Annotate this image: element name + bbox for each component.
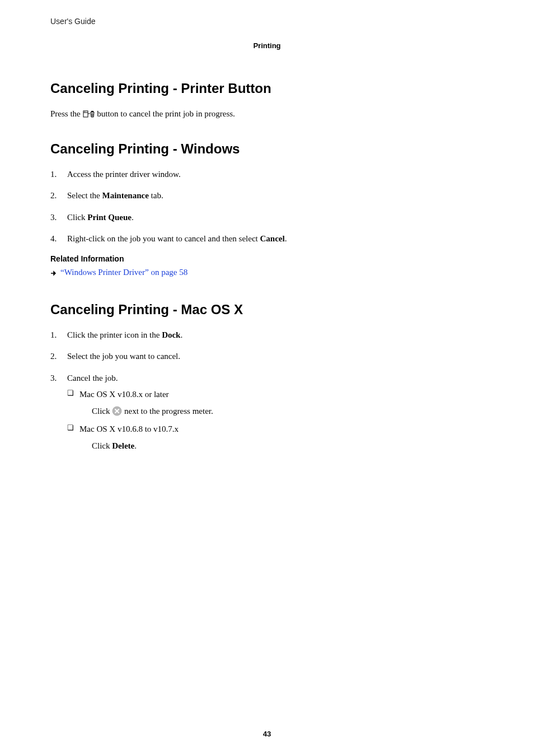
- text: Click: [92, 407, 112, 416]
- header-guide-label: User's Guide: [50, 17, 484, 26]
- list-item: Select the job you want to cancel.: [50, 350, 484, 363]
- text: .: [132, 213, 134, 222]
- sub-body: Click Delete.: [92, 439, 484, 452]
- text: .: [180, 330, 182, 339]
- text: next to the progress meter.: [122, 407, 213, 416]
- paper-trash-icon: [83, 109, 95, 122]
- list-item: Click Print Queue.: [50, 211, 484, 224]
- text: .: [285, 234, 287, 243]
- text: Right-click on the job you want to cance…: [67, 234, 260, 243]
- heading-canceling-mac: Canceling Printing - Mac OS X: [50, 302, 484, 318]
- close-circle-icon: [112, 406, 122, 416]
- text: Mac OS X v10.8.x or later: [79, 390, 169, 399]
- list-item: Click the printer icon in the Dock.: [50, 329, 484, 342]
- sub-list: Mac OS X v10.8.x or later Click next to …: [67, 388, 484, 452]
- svg-rect-4: [91, 111, 93, 113]
- list-item: Select the Maintenance tab.: [50, 189, 484, 202]
- text: button to cancel the print job in progre…: [95, 109, 235, 118]
- bold-text: Cancel: [260, 234, 284, 243]
- list-item: Right-click on the job you want to cance…: [50, 232, 484, 245]
- link-windows-printer-driver[interactable]: “Windows Printer Driver” on page 58: [60, 268, 188, 277]
- svg-rect-0: [83, 111, 88, 117]
- sub-list-item: Mac OS X v10.8.x or later Click next to …: [67, 388, 484, 418]
- bold-text: Delete: [112, 441, 134, 450]
- text: Press the: [50, 109, 83, 118]
- text: .: [134, 441, 137, 450]
- list-item: Cancel the job. Mac OS X v10.8.x or late…: [50, 372, 484, 453]
- heading-canceling-windows: Canceling Printing - Windows: [50, 141, 484, 157]
- text: Click the printer icon in the: [67, 330, 162, 339]
- related-information-heading: Related Information: [50, 254, 484, 263]
- related-link-row: “Windows Printer Driver” on page 58: [50, 268, 484, 277]
- text: Select the: [67, 191, 102, 200]
- svg-point-2: [84, 111, 85, 112]
- bold-text: Dock: [162, 330, 180, 339]
- heading-canceling-printer-button: Canceling Printing - Printer Button: [50, 81, 484, 96]
- text: Cancel the job.: [67, 374, 118, 382]
- sub-list-item: Mac OS X v10.6.8 to v10.7.x Click Delete…: [67, 422, 484, 452]
- text: tab.: [149, 191, 163, 200]
- bold-text: Print Queue: [87, 213, 132, 222]
- header-section-label: Printing: [50, 41, 484, 50]
- text: Click: [92, 441, 112, 450]
- body-printer-button: Press the button to cancel the print job…: [50, 108, 484, 122]
- bold-text: Maintenance: [102, 191, 148, 200]
- steps-windows: Access the printer driver window. Select…: [50, 168, 484, 245]
- list-item: Access the printer driver window.: [50, 168, 484, 181]
- steps-mac: Click the printer icon in the Dock. Sele…: [50, 329, 484, 453]
- text: Click: [67, 213, 87, 222]
- sub-body: Click next to the progress meter.: [92, 404, 484, 418]
- arrow-right-icon: [50, 269, 57, 276]
- text: Mac OS X v10.6.8 to v10.7.x: [79, 424, 179, 433]
- page-number: 43: [0, 730, 534, 738]
